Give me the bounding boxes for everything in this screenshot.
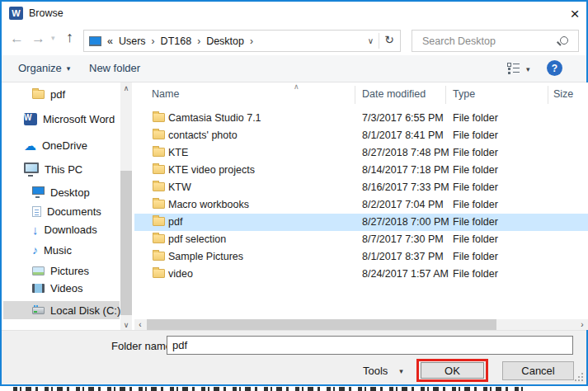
sidebar-item-local-disk-c[interactable]: Local Disk (C:) [3,301,120,319]
organize-label: Organize [18,62,62,74]
folder-icon [153,148,165,157]
list-horizontal-scrollbar[interactable]: ‹ › [134,319,588,330]
scroll-right-icon[interactable]: › [576,319,588,330]
sidebar-item-pictures[interactable]: Pictures [3,261,120,280]
cell-type: File folder [453,130,498,141]
search-input[interactable]: Search Desktop [412,30,579,52]
title-bar[interactable]: W Browse × [2,2,586,26]
folder-icon [153,113,165,122]
desktop-location-icon [89,36,101,46]
sidebar-item-downloads[interactable]: ↓Downloads [3,220,120,238]
sidebar-item-this-pc[interactable]: This PC [3,160,120,178]
up-icon[interactable]: ↑ [66,29,73,46]
sidebar-item-music[interactable]: ♪Music [3,241,120,259]
search-placeholder: Search Desktop [422,35,496,47]
cell-type: File folder [453,268,498,280]
scroll-down-icon[interactable]: ∨ [120,319,132,330]
command-toolbar: Organize▾ New folder ▾ ? [2,55,586,82]
organize-button[interactable]: Organize▾ [18,62,70,74]
breadcrumb-item-dt168[interactable]: DT168 [161,35,192,47]
cell-name: KTE [168,147,188,158]
new-folder-button[interactable]: New folder [89,62,140,74]
folder-icon [153,217,165,226]
file-list: ∧ NameDate modifiedTypeSize Camtasia Stu… [134,82,588,330]
sidebar-item-label: Documents [47,205,101,218]
scrollbar-thumb[interactable] [147,319,496,330]
cell-type: File folder [453,216,498,228]
tools-button[interactable]: Tools▾ [363,365,403,377]
sidebar-item-pdf[interactable]: pdf [3,85,120,103]
cell-type: File folder [453,181,498,193]
sidebar-item-onedrive[interactable]: ☁OneDrive [3,136,120,154]
cell-name: Macro workbooks [168,199,249,210]
scroll-left-icon[interactable]: ‹ [134,319,146,330]
videos-icon [32,284,45,293]
downloads-icon: ↓ [32,224,39,236]
cell-name: Sample Pictures [168,251,243,262]
change-view-icon[interactable] [507,63,520,73]
chevron-right-icon[interactable]: › [152,35,155,47]
view-dropdown-icon[interactable]: ▾ [526,65,530,73]
cell-date: 8/24/2017 1:57 AM [362,268,449,280]
cell-name: pdf [168,216,182,228]
sidebar-item-label: Downloads [45,224,97,236]
file-row-camtasia-studio-7-1[interactable]: Camtasia Studio 7.17/3/2017 6:55 PMFile … [134,110,588,127]
sidebar-item-videos[interactable]: Videos [3,279,120,297]
back-icon[interactable]: ← [10,31,24,47]
scrollbar-thumb[interactable] [120,171,132,315]
cell-name: KTE video projects [168,164,255,176]
file-row-sample-pictures[interactable]: Sample Pictures8/1/2017 8:37 PMFile fold… [134,248,588,266]
search-icon[interactable] [560,36,568,45]
sidebar-item-microsoft-word[interactable]: WMicrosoft Word [3,110,120,128]
address-dropdown-icon[interactable]: ∨ [368,36,374,45]
sidebar-item-label: Pictures [50,265,89,277]
file-row-pdf[interactable]: pdf8/27/2018 7:00 PMFile folder [134,214,588,231]
folder-name-input[interactable] [167,336,573,355]
browse-dialog: W Browse × ← → ▾ ↑ « Users›DT168›Desktop… [0,0,588,386]
new-folder-label: New folder [89,62,140,74]
history-dropdown-icon[interactable]: ▾ [51,34,55,42]
file-row-contacts-photo[interactable]: contacts' photo8/1/2017 8:41 PMFile fold… [134,127,588,144]
refresh-icon[interactable]: ↻ [382,33,397,46]
word-app-icon: W [9,7,23,20]
cell-type: File folder [453,251,498,262]
cell-type: File folder [453,233,498,245]
window-title: Browse [29,7,64,19]
help-icon[interactable]: ? [547,60,562,76]
folder-name-label: Folder name: [111,340,175,352]
folder-icon [153,165,165,174]
cell-name: Camtasia Studio 7.1 [168,112,261,124]
cell-type: File folder [453,112,498,124]
close-icon[interactable]: × [563,3,586,25]
sidebar-item-label: OneDrive [42,139,87,152]
sidebar-item-label: Local Disk (C:) [50,304,120,317]
documents-icon [32,206,41,217]
sidebar-item-desktop[interactable]: Desktop [3,183,120,201]
cell-date: 8/16/2017 7:33 PM [362,181,449,193]
sidebar-scrollbar[interactable]: ∧ ∨ [120,82,132,330]
sidebar-item-label: Desktop [50,186,90,199]
cancel-button[interactable]: Cancel [502,361,574,380]
cell-type: File folder [453,164,498,176]
file-row-pdf-selection[interactable]: pdf selection8/7/2017 7:30 PMFile folder [134,231,588,248]
file-row-kte[interactable]: KTE8/27/2018 7:48 PMFile folder [134,144,588,162]
address-bar[interactable]: « Users›DT168›Desktop› ∨ ↻ [83,30,401,52]
ok-button[interactable]: OK [421,362,484,379]
folder-icon [153,200,165,209]
chevron-right-icon[interactable]: › [197,35,200,47]
file-row-kte-video-projects[interactable]: KTE video projects8/14/2017 7:18 PMFile … [134,162,588,179]
chevron-right-icon[interactable]: › [250,35,253,47]
forward-icon[interactable]: → [31,31,45,47]
file-row-macro-workbooks[interactable]: Macro workbooks8/2/2017 7:04 PMFile fold… [134,196,588,214]
scroll-up-icon[interactable]: ∧ [120,82,132,93]
chevron-down-icon: ▾ [67,64,71,73]
breadcrumb-item-desktop[interactable]: Desktop [206,35,244,47]
breadcrumb-item-users[interactable]: Users [119,35,146,47]
sidebar-item-documents[interactable]: Documents [3,202,120,220]
resize-grip[interactable] [575,373,584,382]
music-icon: ♪ [32,244,38,256]
cell-date: 8/2/2017 7:04 PM [362,199,444,210]
file-row-video[interactable]: video8/24/2017 1:57 AMFile folder [134,266,588,283]
sidebar-item-label: Videos [50,282,83,294]
file-row-ktw[interactable]: KTW8/16/2017 7:33 PMFile folder [134,179,588,196]
